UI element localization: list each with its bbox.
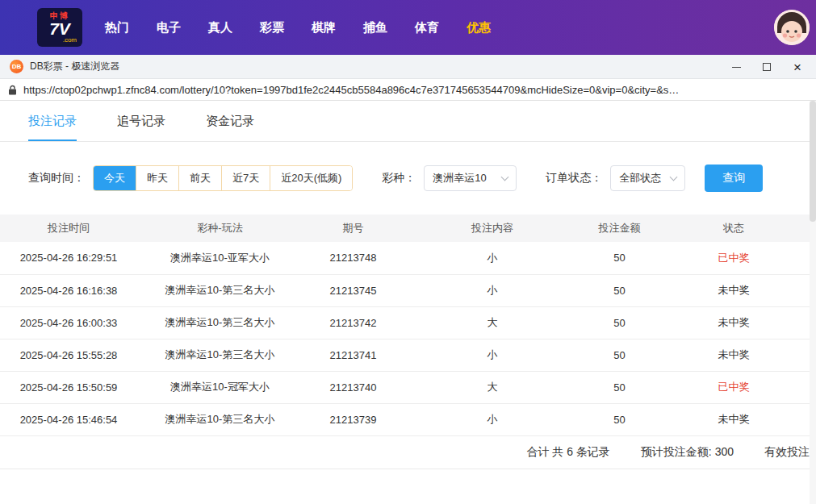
minimize-button[interactable]: [721, 55, 751, 79]
nav-item-lottery[interactable]: 彩票: [260, 20, 284, 35]
time-option-yesterday[interactable]: 昨天: [136, 166, 178, 190]
status-cell: 未中奖: [658, 274, 810, 306]
lock-icon: [8, 85, 17, 95]
close-button[interactable]: ×: [782, 55, 813, 79]
bet-time-cell: 2025-04-26 15:50:59: [0, 371, 137, 403]
bet-time-cell: 2025-04-26 16:16:38: [0, 274, 137, 306]
table-row: 2025-04-26 15:50:59 澳洲幸运10-冠军大小 21213740…: [0, 371, 810, 403]
window-title: DB彩票 - 极速浏览器: [30, 60, 119, 73]
url-text: https://ctop02pchwp1.zfnc84.com/lottery/…: [23, 84, 679, 96]
game-play-cell: 澳洲幸运10-亚军大小: [137, 242, 303, 274]
browser-titlebar: DB DB彩票 - 极速浏览器 ×: [0, 55, 816, 79]
bet-time-cell: 2025-04-26 15:46:54: [0, 403, 137, 435]
logo-text-main: 7V: [49, 20, 70, 37]
scrollbar: [810, 101, 816, 504]
nav-item-sports[interactable]: 体育: [415, 20, 439, 35]
status-cell: 已中奖: [658, 242, 810, 274]
site-logo[interactable]: 申博 7V .com: [37, 8, 82, 47]
table-header-row: 投注时间 彩种-玩法 期号 投注内容 投注金额 状态: [0, 215, 810, 242]
nav-item-fishing[interactable]: 捕鱼: [363, 20, 387, 35]
table-row: 2025-04-26 16:29:51 澳洲幸运10-亚军大小 21213748…: [0, 242, 810, 274]
avatar-face-icon: [774, 10, 810, 45]
tab-chase-records[interactable]: 追号记录: [117, 114, 165, 141]
content-cell: 小: [404, 339, 581, 371]
chevron-down-icon: [501, 173, 509, 181]
lottery-type-select[interactable]: 澳洲幸运10: [424, 165, 517, 191]
time-range-group: 今天 昨天 前天 近7天 近20天(低频): [93, 165, 353, 191]
summary-total: 合计 共 6 条记录: [526, 445, 609, 460]
amount-cell: 50: [581, 242, 658, 274]
content-cell: 小: [404, 274, 581, 306]
issue-cell: 21213739: [303, 403, 404, 435]
nav-item-slots[interactable]: 电子: [157, 20, 181, 35]
filter-bar: 查询时间： 今天 昨天 前天 近7天 近20天(低频) 彩种： 澳洲幸运10 订…: [28, 165, 816, 192]
content-cell: 小: [404, 242, 581, 274]
game-play-cell: 澳洲幸运10-第三名大小: [137, 403, 303, 435]
order-status-select[interactable]: 全部状态: [610, 165, 685, 191]
bet-time-cell: 2025-04-26 16:00:33: [0, 306, 137, 339]
time-option-daybefore[interactable]: 前天: [178, 166, 221, 190]
nav-item-live[interactable]: 真人: [208, 20, 232, 35]
maximize-button[interactable]: [751, 55, 782, 79]
lottery-type-label: 彩种：: [382, 171, 416, 185]
nav-item-promo[interactable]: 优惠: [467, 20, 491, 35]
summary-expected: 预计投注金额: 300: [641, 445, 734, 460]
minimize-icon: [732, 67, 741, 68]
main-nav: 热门 电子 真人 彩票 棋牌 捕鱼 体育 优惠: [105, 20, 491, 35]
status-cell: 未中奖: [658, 403, 810, 435]
logo-text-com: .com: [63, 37, 77, 44]
search-button[interactable]: 查询: [705, 165, 763, 192]
header-game-play: 彩种-玩法: [137, 215, 303, 242]
game-play-cell: 澳洲幸运10-第三名大小: [137, 306, 303, 339]
header-amount: 投注金额: [581, 215, 658, 242]
nav-item-hot[interactable]: 热门: [105, 20, 129, 35]
game-play-cell: 澳洲幸运10-第三名大小: [137, 274, 303, 306]
site-header: 申博 7V .com 热门 电子 真人 彩票 棋牌 捕鱼 体育 优惠: [0, 0, 816, 55]
chevron-down-icon: [670, 173, 678, 181]
close-icon: ×: [793, 60, 801, 74]
table-row: 2025-04-26 16:00:33 澳洲幸运10-第三名大小 2121374…: [0, 306, 810, 339]
content-cell: 小: [404, 403, 581, 435]
status-cell: 未中奖: [658, 339, 810, 371]
bet-time-cell: 2025-04-26 15:55:28: [0, 339, 137, 371]
lottery-type-value: 澳洲幸运10: [433, 171, 486, 185]
header-status: 状态: [658, 215, 810, 242]
time-filter-label: 查询时间：: [28, 171, 85, 185]
content-cell: 大: [404, 306, 581, 339]
page-content: 投注记录 追号记录 资金记录 查询时间： 今天 昨天 前天 近7天 近20天(低…: [0, 101, 816, 469]
game-play-cell: 澳洲幸运10-第三名大小: [137, 339, 303, 371]
amount-cell: 50: [581, 371, 658, 403]
content-cell: 大: [404, 371, 581, 403]
bet-time-cell: 2025-04-26 16:29:51: [0, 242, 137, 274]
tab-fund-records[interactable]: 资金记录: [206, 114, 254, 141]
header-issue: 期号: [303, 215, 404, 242]
bet-records-table: 投注时间 彩种-玩法 期号 投注内容 投注金额 状态 2025-04-26 16…: [0, 215, 810, 436]
avatar[interactable]: [774, 10, 810, 45]
amount-cell: 50: [581, 274, 658, 306]
window-controls: ×: [721, 55, 813, 79]
time-option-20days[interactable]: 近20天(低频): [270, 166, 352, 190]
issue-cell: 21213740: [303, 371, 404, 403]
scrollbar-thumb[interactable]: [810, 101, 816, 222]
tab-bet-records[interactable]: 投注记录: [28, 114, 77, 141]
header-content: 投注内容: [404, 215, 581, 242]
status-cell: 未中奖: [658, 306, 810, 339]
status-cell: 已中奖: [658, 371, 810, 403]
address-bar[interactable]: https://ctop02pchwp1.zfnc84.com/lottery/…: [0, 79, 816, 101]
table-row: 2025-04-26 15:55:28 澳洲幸运10-第三名大小 2121374…: [0, 339, 810, 371]
issue-cell: 21213748: [303, 242, 404, 274]
browser-app-icon: DB: [10, 60, 23, 73]
nav-item-cards[interactable]: 棋牌: [312, 20, 336, 35]
issue-cell: 21213741: [303, 339, 404, 371]
logo-text-cn: 申博: [50, 12, 69, 20]
amount-cell: 50: [581, 339, 658, 371]
order-status-value: 全部状态: [619, 171, 661, 185]
order-status-label: 订单状态：: [546, 171, 602, 185]
summary-bar: 合计 共 6 条记录 预计投注金额: 300 有效投注金: [0, 436, 816, 469]
amount-cell: 50: [581, 306, 658, 339]
summary-valid: 有效投注金: [764, 445, 816, 460]
issue-cell: 21213745: [303, 274, 404, 306]
time-option-today[interactable]: 今天: [94, 166, 136, 190]
record-tabs: 投注记录 追号记录 资金记录: [0, 101, 816, 142]
time-option-7days[interactable]: 近7天: [221, 166, 270, 190]
